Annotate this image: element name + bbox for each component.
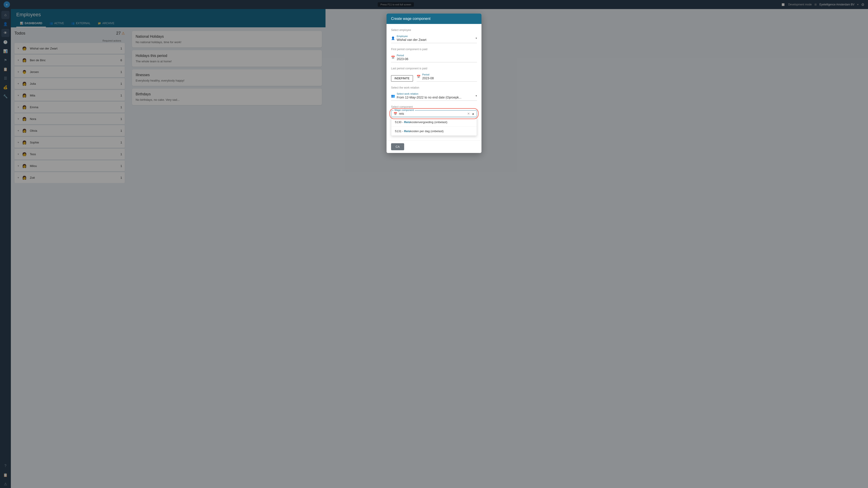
modal-overlay[interactable]: Create wage component Select employee 👤 … (0, 0, 326, 183)
